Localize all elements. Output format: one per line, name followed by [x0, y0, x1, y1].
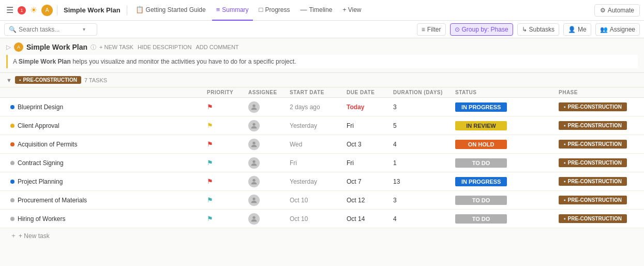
svg-point-6 — [252, 216, 255, 218]
project-header: ▷ A Simple Work Plan ⓘ + NEW TASK HIDE D… — [0, 38, 644, 73]
search-box[interactable]: 🔍 ▾ — [4, 23, 97, 36]
task-due-date: Fri — [347, 159, 354, 167]
task-name[interactable]: Acquisition of Permits — [18, 141, 77, 148]
group-by-icon: ⊙ — [455, 26, 460, 33]
task-duration-cell: 1 — [389, 157, 451, 169]
task-status-cell[interactable]: TO DO — [451, 212, 555, 226]
add-comment-action[interactable]: ADD COMMENT — [196, 43, 238, 51]
phase-badge: ▪ PRE-CONSTRUCTION — [559, 196, 627, 204]
task-duration-cell: 5 — [389, 120, 451, 131]
project-avatar: A — [14, 42, 23, 52]
subtasks-button[interactable]: ↳ Subtasks — [517, 23, 559, 36]
assignee-avatar[interactable] — [248, 195, 260, 206]
tab-summary[interactable]: ≡ Summary — [212, 0, 253, 21]
task-duration-cell: 3 — [389, 195, 451, 206]
task-status-cell[interactable]: TO DO — [451, 194, 555, 207]
project-title-row: ▷ A Simple Work Plan ⓘ + NEW TASK HIDE D… — [6, 42, 638, 52]
priority-flag[interactable]: ⚑ — [207, 159, 213, 167]
assignee-avatar[interactable] — [248, 120, 260, 131]
svg-point-5 — [252, 197, 255, 200]
task-name[interactable]: Blueprint Design — [18, 104, 63, 111]
tab-plus-view[interactable]: + View — [338, 0, 365, 21]
assignee-icon: 👥 — [600, 26, 608, 33]
task-start-date: 2 days ago — [290, 104, 320, 111]
task-duration-cell: 13 — [389, 176, 451, 187]
table-row[interactable]: Blueprint Design ⚑ 2 days ago Today 3 IN… — [0, 98, 644, 116]
section-header-pre-construction[interactable]: ▼ ▪ PRE-CONSTRUCTION 7 TASKS — [0, 73, 644, 87]
table-row[interactable]: Acquisition of Permits ⚑ Wed Oct 3 4 ON … — [0, 135, 644, 154]
new-task-action[interactable]: + NEW TASK — [99, 43, 133, 51]
group-by-button[interactable]: ⊙ Group by: Phase — [450, 23, 513, 36]
notification-bell[interactable]: 1 — [18, 6, 26, 14]
task-name[interactable]: Contract Signing — [18, 159, 64, 167]
phase-badge: ▪ PRE-CONSTRUCTION — [559, 177, 627, 186]
phase-icon: ▪ — [564, 141, 566, 147]
task-dot — [10, 105, 14, 109]
task-duration: 3 — [393, 104, 397, 111]
task-start-date: Yesterday — [290, 178, 317, 185]
info-icon[interactable]: ⓘ — [91, 43, 96, 51]
table-row[interactable]: Project Planning ⚑ Yesterday Oct 7 13 IN… — [0, 172, 644, 191]
assignee-avatar[interactable] — [248, 139, 260, 150]
task-name[interactable]: Hiring of Workers — [18, 215, 65, 223]
task-duration: 13 — [393, 178, 400, 185]
assignee-avatar[interactable] — [248, 176, 260, 187]
filter-icon: ≡ — [422, 26, 425, 33]
table-row[interactable]: Procurement of Materials ⚑ Oct 10 Oct 12… — [0, 191, 644, 210]
assignee-button[interactable]: 👥 Assignee — [595, 23, 640, 36]
table-row[interactable]: Contract Signing ⚑ Fri Fri 1 TO DO ▪ PRE… — [0, 154, 644, 172]
task-name[interactable]: Procurement of Materials — [18, 197, 87, 204]
me-button[interactable]: 👤 Me — [563, 23, 591, 36]
top-navigation: ☰ 1 ☀ A Simple Work Plan 📋 Getting Start… — [0, 0, 644, 21]
assignee-avatar[interactable] — [248, 101, 260, 113]
task-priority-cell: ⚑ — [203, 213, 244, 225]
task-status-cell[interactable]: ON HOLD — [451, 138, 555, 151]
priority-flag[interactable]: ⚑ — [207, 196, 213, 204]
priority-flag[interactable]: ⚑ — [207, 178, 213, 185]
task-status-cell[interactable]: TO DO — [451, 156, 555, 170]
task-phase-cell: ▪ PRE-CONSTRUCTION — [555, 138, 644, 151]
tab-progress-label: Progress — [265, 6, 290, 13]
svg-point-4 — [252, 179, 255, 181]
svg-point-0 — [252, 104, 255, 107]
task-duration: 1 — [393, 159, 397, 167]
user-avatar[interactable]: A — [41, 5, 53, 16]
task-assignee-cell — [244, 118, 286, 134]
search-input[interactable] — [19, 26, 81, 33]
project-description: A Simple Work Plan helps you visualize a… — [6, 55, 638, 68]
search-chevron-icon[interactable]: ▾ — [83, 26, 85, 32]
theme-icon[interactable]: ☀ — [28, 3, 39, 17]
priority-flag[interactable]: ⚑ — [207, 215, 213, 223]
task-assignee-cell — [244, 174, 286, 189]
table-row[interactable]: Hiring of Workers ⚑ Oct 10 Oct 14 4 TO D… — [0, 210, 644, 228]
assignee-avatar[interactable] — [248, 213, 260, 225]
expand-icon[interactable]: ▷ — [6, 43, 11, 51]
hide-desc-action[interactable]: HIDE DESCRIPTION — [138, 43, 192, 51]
phase-badge: ▪ PRE-CONSTRUCTION — [559, 121, 627, 130]
task-dot — [10, 198, 14, 202]
menu-icon[interactable]: ☰ — [4, 3, 16, 17]
priority-flag[interactable]: ⚑ — [207, 103, 213, 111]
task-name[interactable]: Client Approval — [18, 122, 59, 129]
priority-flag[interactable]: ⚑ — [207, 122, 213, 129]
nav-divider — [57, 5, 57, 16]
task-due-date: Today — [347, 104, 364, 111]
th-start-date: START DATE — [286, 87, 342, 97]
tab-timeline[interactable]: — Timeline — [296, 0, 336, 21]
tab-getting-started[interactable]: 📋 Getting Started Guide — [131, 0, 210, 21]
tab-summary-label: Summary — [222, 6, 248, 13]
tab-progress[interactable]: □ Progress — [255, 0, 294, 21]
filter-button[interactable]: ≡ Filter — [417, 23, 446, 36]
task-status-cell[interactable]: IN REVIEW — [451, 119, 555, 132]
assignee-avatar[interactable] — [248, 157, 260, 169]
task-status-cell[interactable]: IN PROGRESS — [451, 175, 555, 188]
add-task-button[interactable]: ＋ + New task — [10, 231, 638, 240]
task-start-date: Yesterday — [290, 122, 317, 129]
automate-button[interactable]: ⚙ Automate — [594, 4, 640, 17]
table-row[interactable]: Client Approval ⚑ Yesterday Fri 5 IN REV… — [0, 116, 644, 135]
section-task-count: 7 TASKS — [84, 77, 107, 83]
priority-flag[interactable]: ⚑ — [207, 140, 213, 148]
task-status-cell[interactable]: IN PROGRESS — [451, 100, 555, 114]
task-name[interactable]: Project Planning — [18, 178, 63, 185]
task-priority-cell: ⚑ — [203, 194, 244, 206]
